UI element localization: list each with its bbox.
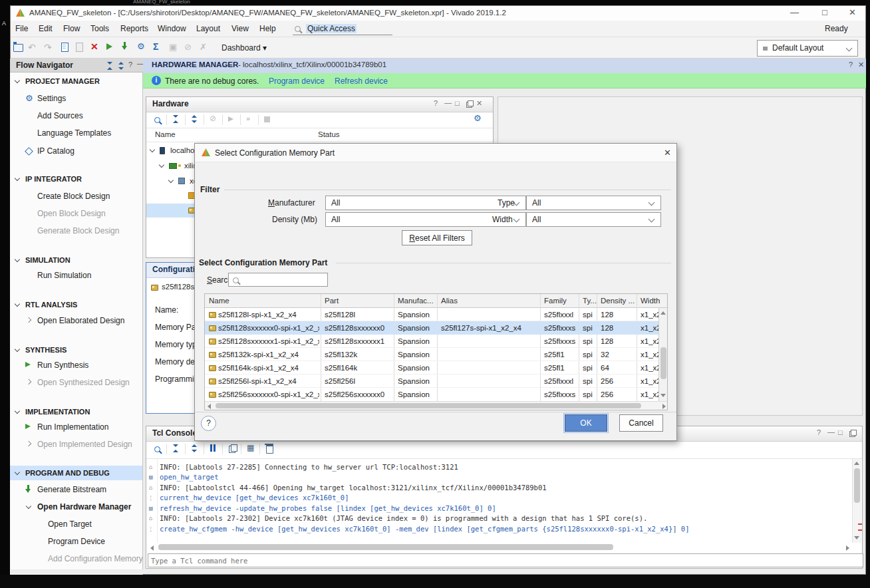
window-maximize-button[interactable]: □: [822, 7, 827, 17]
sidebar-section-program-and-debug[interactable]: PROGRAM AND DEBUG: [10, 467, 143, 479]
quick-access-input[interactable]: Quick Access: [306, 24, 357, 33]
menu-layout[interactable]: Layout: [196, 24, 220, 33]
menu-file[interactable]: File: [15, 24, 28, 33]
sidebar-section-project-manager[interactable]: PROJECT MANAGER: [10, 75, 143, 87]
undo-icon[interactable]: ↶: [28, 42, 36, 53]
col-density[interactable]: Density ...: [601, 297, 635, 305]
banner-close-icon[interactable]: ✕: [858, 61, 864, 69]
scroll-left-arrow[interactable]: [208, 404, 211, 409]
sidebar-section-implementation[interactable]: IMPLEMENTATION: [10, 406, 143, 418]
tcl-float-icon[interactable]: [849, 431, 855, 437]
table-row[interactable]: s25fl128sxxxxxx1-spi-x1_x2_x4 s25fl128sx…: [205, 335, 668, 348]
sidebar-section-ip-integrator[interactable]: IP INTEGRATOR: [10, 173, 143, 185]
menu-help[interactable]: Help: [259, 24, 276, 33]
scroll-up-arrow[interactable]: [854, 462, 859, 465]
hscroll-thumb[interactable]: [158, 544, 613, 550]
program-device-link[interactable]: Program device: [269, 76, 325, 86]
col-type[interactable]: Ty...: [583, 297, 597, 305]
hardware-maximize-icon[interactable]: □: [455, 99, 460, 107]
collapse-all-icon[interactable]: [106, 62, 113, 70]
tcl-maximize-icon[interactable]: □: [838, 428, 843, 436]
sidebar-item-program-device[interactable]: Program Device: [10, 535, 143, 547]
col-width[interactable]: Width: [641, 297, 660, 305]
scroll-up-arrow[interactable]: [660, 311, 666, 315]
sidebar-item-run-simulation[interactable]: Run Simulation: [10, 269, 143, 281]
hscroll-thumb[interactable]: [216, 403, 641, 408]
window-close-button[interactable]: ✕: [849, 7, 856, 17]
reset-all-filters-button[interactable]: Reset All Filters: [402, 230, 472, 245]
sidebar-section-simulation[interactable]: SIMULATION: [10, 254, 143, 266]
layout-selector[interactable]: Default Layout: [757, 40, 858, 57]
sidebar-item-run-synthesis[interactable]: Run Synthesis: [10, 359, 143, 371]
sidebar-item-generate-bitstream[interactable]: Generate Bitstream: [10, 484, 143, 496]
tcl-table-icon[interactable]: ▦: [247, 443, 254, 452]
sidebar-item-ip-catalog[interactable]: IP Catalog: [10, 145, 143, 157]
table-row-selected[interactable]: s25fl128sxxxxxx0-spi-x1_x2_x4 s25fl128sx…: [205, 321, 668, 335]
sidebar-item-open-target[interactable]: Open Target: [10, 518, 143, 530]
tcl-collapse-all-icon[interactable]: [172, 444, 179, 452]
hardware-settings-icon[interactable]: ⚙: [474, 113, 482, 123]
scroll-right-arrow[interactable]: [662, 404, 666, 409]
search-input[interactable]: [228, 273, 328, 287]
generate-bitstream-icon[interactable]: [121, 42, 129, 51]
delete-icon[interactable]: ✕: [90, 41, 98, 52]
sidebar-item-open-elaborated-design[interactable]: Open Elaborated Design: [10, 315, 143, 327]
hardware-close-icon[interactable]: ✕: [476, 99, 482, 108]
col-alias[interactable]: Alias: [441, 297, 458, 305]
dialog-close-icon[interactable]: ✕: [664, 148, 671, 158]
scroll-thumb[interactable]: [660, 347, 666, 379]
table-row[interactable]: s25fl256l-spi-x1_x2_x4 s25fl256l Spansio…: [205, 374, 668, 388]
sidebar-section-rtl-analysis[interactable]: RTL ANALYSIS: [10, 299, 143, 311]
redo-icon[interactable]: ↷: [44, 42, 52, 53]
col-manufacturer[interactable]: Manufac...: [398, 297, 434, 305]
tcl-command-input[interactable]: [148, 553, 863, 567]
tcl-clear-icon[interactable]: [266, 445, 273, 454]
sigma-icon[interactable]: Σ: [153, 41, 158, 52]
table-row[interactable]: s25fl164k-spi-x1_x2_x4 s25fl164k Spansio…: [205, 361, 668, 374]
cancel-button[interactable]: Cancel: [619, 414, 663, 432]
tcl-expand-all-icon[interactable]: [191, 444, 198, 452]
menu-edit[interactable]: Edit: [39, 24, 53, 33]
scroll-right-arrow[interactable]: [846, 545, 849, 551]
settings-gear-icon[interactable]: ⚙: [137, 41, 145, 51]
tcl-pause-icon[interactable]: [210, 444, 216, 452]
table-row[interactable]: s25fl256sxxxxxx0-spi-x1_x2_x4 s25fl256sx…: [205, 388, 668, 401]
run-icon[interactable]: [106, 43, 112, 50]
hardware-help-icon[interactable]: ?: [434, 99, 438, 107]
scroll-left-arrow[interactable]: [150, 545, 154, 551]
flow-navigator-help-icon[interactable]: ?: [128, 61, 132, 69]
table-row[interactable]: s25fl128l-spi-x1_x2_x4 s25fl128l Spansio…: [205, 308, 668, 321]
menu-tools[interactable]: Tools: [90, 24, 109, 33]
col-name[interactable]: Name: [209, 297, 229, 305]
sidebar-item-language-templates[interactable]: Language Templates: [10, 127, 143, 139]
expand-all-icon[interactable]: [118, 62, 124, 70]
width-select[interactable]: All: [526, 212, 661, 227]
hardware-search-icon[interactable]: [154, 117, 160, 123]
ok-button[interactable]: OK: [565, 414, 607, 432]
hardware-expand-all-icon[interactable]: [191, 115, 198, 123]
sidebar-item-run-implementation[interactable]: Run Implementation: [10, 421, 143, 433]
tcl-search-icon[interactable]: [154, 446, 160, 452]
sidebar-item-create-block-design[interactable]: Create Block Design: [10, 190, 143, 202]
menu-flow[interactable]: Flow: [63, 24, 80, 33]
refresh-device-link[interactable]: Refresh device: [335, 76, 388, 86]
hardware-collapse-all-icon[interactable]: [172, 115, 179, 123]
manufacturer-select[interactable]: All: [325, 196, 526, 210]
copy-icon[interactable]: [76, 43, 83, 52]
table-row[interactable]: s25fl132k-spi-x1_x2_x4 s25fl132k Spansio…: [205, 348, 668, 361]
scroll-down-arrow[interactable]: [854, 536, 859, 539]
menu-reports[interactable]: Reports: [120, 24, 148, 33]
hardware-minimize-icon[interactable]: —: [444, 98, 452, 106]
scroll-thumb[interactable]: [854, 468, 860, 503]
sidebar-item-settings[interactable]: ⚙ Settings: [10, 92, 143, 104]
menu-window[interactable]: Window: [158, 24, 186, 33]
col-part[interactable]: Part: [325, 297, 339, 305]
tcl-minimize-icon[interactable]: —: [827, 428, 835, 436]
dialog-help-button[interactable]: ?: [201, 416, 216, 431]
menu-view[interactable]: View: [231, 24, 249, 33]
hardware-col-name[interactable]: Name: [155, 130, 176, 138]
sidebar-item-open-hardware-manager[interactable]: Open Hardware Manager: [10, 501, 143, 513]
hardware-float-icon[interactable]: [466, 102, 472, 108]
hardware-col-status[interactable]: Status: [318, 130, 340, 138]
sidebar-item-add-sources[interactable]: Add Sources: [10, 110, 143, 122]
